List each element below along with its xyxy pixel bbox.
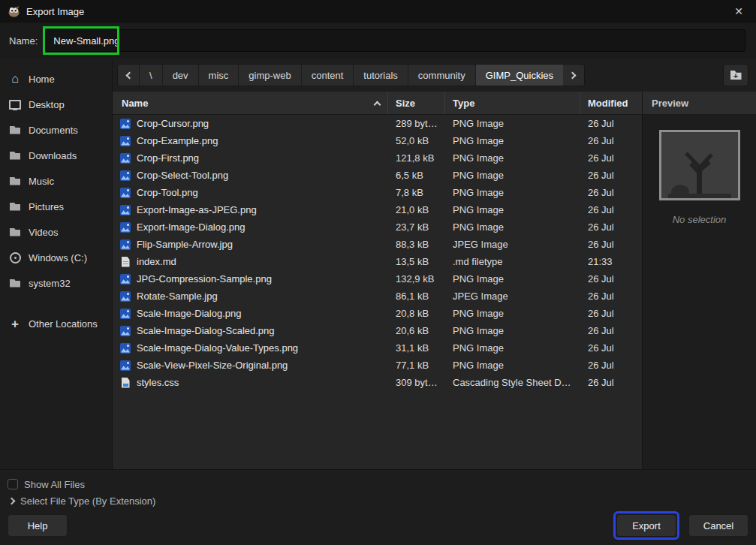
sidebar-item[interactable]: Pictures bbox=[0, 194, 112, 219]
file-size: 6,5 kB bbox=[388, 170, 445, 181]
dialog-actions: Help Export Cancel bbox=[0, 512, 756, 545]
file-name-cell: Crop-Example.png bbox=[113, 135, 388, 146]
sidebar-item[interactable]: Music bbox=[0, 168, 112, 194]
file-type: PNG Image bbox=[445, 152, 580, 164]
file-name: Scale-Image-Dialog-Scaled.png bbox=[137, 325, 275, 336]
file-type: PNG Image bbox=[445, 273, 580, 285]
table-row[interactable]: Crop-Example.png 52,0 kB PNG Image 26 Ju… bbox=[113, 132, 642, 149]
folder-icon bbox=[9, 200, 21, 212]
table-row[interactable]: Scale-View-Pixel-Size-Original.png 77,1 … bbox=[113, 357, 642, 374]
file-modified: 26 Jul bbox=[580, 273, 642, 285]
breadcrumb-label: content bbox=[312, 70, 344, 81]
sidebar-item[interactable]: Downloads bbox=[0, 143, 112, 168]
folder-icon bbox=[9, 149, 21, 161]
image-file-icon bbox=[120, 360, 131, 371]
file-type: JPEG Image bbox=[445, 291, 580, 302]
image-file-icon bbox=[120, 274, 131, 285]
table-row[interactable]: Scale-Image-Dialog-Scaled.png 20,6 kB PN… bbox=[113, 322, 642, 339]
table-row[interactable]: Flip-Sample-Arrow.jpg 88,3 kB JPEG Image… bbox=[113, 236, 642, 253]
blue-highlight-annotation: Export bbox=[613, 511, 679, 540]
table-row[interactable]: styles.css 309 bytes Cascading Style She… bbox=[113, 374, 642, 391]
sidebar-item[interactable]: system32 bbox=[0, 270, 112, 296]
desktop-icon bbox=[9, 98, 21, 110]
show-all-files-checkbox[interactable] bbox=[8, 479, 18, 489]
file-type: PNG Image bbox=[445, 118, 580, 129]
close-icon[interactable]: ✕ bbox=[729, 2, 748, 21]
sidebar-item-label: Downloads bbox=[29, 150, 77, 161]
file-name-cell: Crop-Tool.png bbox=[113, 187, 388, 198]
breadcrumb-segment[interactable]: community bbox=[408, 65, 476, 86]
file-type: PNG Image bbox=[445, 187, 580, 198]
column-header-modified[interactable]: Modified bbox=[580, 92, 642, 114]
breadcrumb-segment[interactable]: dev bbox=[163, 65, 199, 86]
file-name-cell: Crop-First.png bbox=[113, 152, 388, 164]
file-size: 289 bytes bbox=[388, 118, 445, 129]
file-type: PNG Image bbox=[445, 135, 580, 146]
table-row[interactable]: index.md 13,5 kB .md filetype 21:33 bbox=[113, 253, 642, 270]
sidebar-item[interactable]: Desktop bbox=[0, 92, 112, 117]
image-file-icon bbox=[120, 222, 131, 233]
file-type: Cascading Style Sheet Document bbox=[445, 377, 580, 388]
table-row[interactable]: Export-Image-as-JPEG.png 21,0 kB PNG Ima… bbox=[113, 201, 642, 218]
table-row[interactable]: Export-Image-Dialog.png 23,7 kB PNG Imag… bbox=[113, 218, 642, 236]
preview-pane: Preview No selection bbox=[642, 92, 756, 469]
sidebar-item[interactable]: Videos bbox=[0, 219, 112, 245]
file-type-expander[interactable]: Select File Type (By Extension) bbox=[8, 492, 748, 509]
filename-input[interactable] bbox=[45, 29, 745, 52]
sidebar-item[interactable]: Documents bbox=[0, 117, 112, 143]
table-row[interactable]: JPG-Compression-Sample.png 132,9 kB PNG … bbox=[113, 270, 642, 288]
help-button[interactable]: Help bbox=[8, 514, 68, 537]
export-button[interactable]: Export bbox=[616, 514, 676, 537]
cancel-button[interactable]: Cancel bbox=[688, 514, 748, 537]
file-name: Crop-Example.png bbox=[137, 135, 218, 146]
breadcrumb-segment[interactable]: content bbox=[302, 65, 354, 86]
sidebar-item[interactable]: Home bbox=[0, 66, 112, 92]
sidebar-item[interactable]: Windows (C:) bbox=[0, 245, 112, 270]
file-modified: 26 Jul bbox=[580, 360, 642, 371]
file-size: 21,0 kB bbox=[388, 204, 445, 215]
no-preview-image-icon bbox=[659, 130, 740, 200]
table-row[interactable]: Crop-Cursor.png 289 bytes PNG Image 26 J… bbox=[113, 115, 642, 132]
file-modified: 26 Jul bbox=[580, 239, 642, 250]
table-row[interactable]: Scale-Image-Dialog-Value-Types.png 31,1 … bbox=[113, 339, 642, 357]
column-header-size[interactable]: Size bbox=[388, 92, 445, 114]
breadcrumb-label: misc bbox=[209, 70, 229, 81]
sidebar-item-label: Desktop bbox=[29, 99, 65, 110]
file-name-cell: JPG-Compression-Sample.png bbox=[113, 273, 388, 285]
file-size: 86,1 kB bbox=[388, 291, 445, 302]
file-name-cell: Crop-Select-Tool.png bbox=[113, 170, 388, 181]
breadcrumb-segment[interactable]: \ bbox=[140, 65, 163, 86]
column-header-type[interactable]: Type bbox=[445, 92, 580, 114]
breadcrumb-label: gimp-web bbox=[248, 70, 291, 81]
plus-icon bbox=[9, 318, 21, 330]
path-back-button[interactable] bbox=[118, 65, 140, 86]
file-name: Scale-Image-Dialog-Value-Types.png bbox=[137, 342, 298, 354]
file-modified: 26 Jul bbox=[580, 325, 642, 336]
file-name: index.md bbox=[137, 256, 176, 267]
table-row[interactable]: Scale-Image-Dialog.png 20,8 kB PNG Image… bbox=[113, 305, 642, 322]
file-size: 88,3 kB bbox=[388, 239, 445, 250]
breadcrumb-label: dev bbox=[173, 70, 188, 81]
file-name: Rotate-Sample.jpg bbox=[137, 291, 218, 302]
breadcrumb-segment[interactable]: tutorials bbox=[354, 65, 408, 86]
table-row[interactable]: Rotate-Sample.jpg 86,1 kB JPEG Image 26 … bbox=[113, 288, 642, 305]
create-folder-button[interactable] bbox=[723, 64, 748, 86]
main-pane: \ dev misc gimp-web bbox=[113, 59, 756, 469]
file-modified: 26 Jul bbox=[580, 187, 642, 198]
table-row[interactable]: Crop-Select-Tool.png 6,5 kB PNG Image 26… bbox=[113, 167, 642, 184]
no-selection-text: No selection bbox=[673, 214, 727, 225]
gimp-wilber-icon bbox=[8, 5, 20, 18]
stylesheet-file-icon bbox=[122, 378, 130, 388]
file-size: 20,8 kB bbox=[388, 308, 445, 319]
titlebar: Export Image ✕ bbox=[0, 0, 756, 23]
column-header-name[interactable]: Name bbox=[113, 92, 388, 114]
sidebar-item-other-locations[interactable]: Other Locations bbox=[0, 311, 112, 336]
table-row[interactable]: Crop-First.png 121,8 kB PNG Image 26 Jul bbox=[113, 149, 642, 167]
path-forward-button[interactable] bbox=[563, 65, 584, 86]
table-row[interactable]: Crop-Tool.png 7,8 kB PNG Image 26 Jul bbox=[113, 184, 642, 201]
breadcrumb-segment[interactable]: gimp-web bbox=[239, 65, 301, 86]
image-file-icon bbox=[120, 188, 131, 198]
breadcrumb-segment[interactable]: GIMP_Quickies bbox=[476, 65, 563, 86]
table-header: Name Size Type Modified bbox=[113, 92, 642, 115]
breadcrumb-segment[interactable]: misc bbox=[199, 65, 239, 86]
